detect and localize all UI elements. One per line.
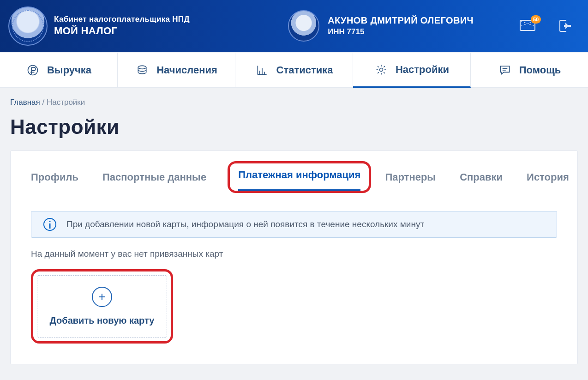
- tab-label: Помощь: [519, 64, 561, 76]
- chat-icon: [498, 63, 512, 77]
- bar-chart-icon: [255, 63, 269, 77]
- breadcrumb-current: Настройки: [47, 98, 85, 107]
- subtab-refs[interactable]: Справки: [460, 168, 503, 193]
- tab-stats[interactable]: Статистика: [235, 53, 353, 88]
- empty-cards-note: На данный момент у вас нет привязанных к…: [31, 249, 557, 259]
- subtab-partners[interactable]: Партнеры: [385, 168, 436, 193]
- add-card-button[interactable]: + Добавить новую карту: [37, 275, 167, 338]
- tab-revenue[interactable]: Выручка: [0, 53, 118, 88]
- settings-subtabs: Профиль Паспортные данные Платежная инфо…: [31, 166, 557, 193]
- tab-charges[interactable]: Начисления: [118, 53, 235, 88]
- add-card-label: Добавить новую карту: [50, 315, 155, 326]
- main-nav: Выручка Начисления Статистика Настройки …: [0, 52, 588, 88]
- svg-point-2: [379, 68, 383, 71]
- mail-badge: 50: [531, 15, 541, 24]
- tab-label: Настройки: [396, 64, 449, 76]
- logout-button[interactable]: [559, 20, 571, 32]
- app-subtitle: Кабинет налогоплательщика НПД: [54, 15, 190, 24]
- breadcrumb: Главная / Настройки: [10, 98, 578, 107]
- svg-point-1: [138, 66, 146, 69]
- highlight-payment-tab: Платежная информация: [228, 161, 371, 193]
- tab-label: Начисления: [156, 64, 217, 76]
- gear-icon: [374, 63, 388, 77]
- breadcrumb-sep: /: [42, 98, 46, 107]
- app-title: МОЙ НАЛОГ: [54, 25, 190, 37]
- highlight-add-card: + Добавить новую карту: [31, 269, 173, 344]
- user-name: АКУНОВ ДМИТРИЙ ОЛЕГОВИЧ: [328, 15, 474, 26]
- fns-emblem-icon: [8, 6, 48, 46]
- plus-icon: +: [92, 287, 112, 307]
- subtab-passport[interactable]: Паспортные данные: [102, 168, 206, 193]
- settings-panel: Профиль Паспортные данные Платежная инфо…: [10, 151, 578, 364]
- svg-point-0: [28, 65, 37, 75]
- tab-settings[interactable]: Настройки: [353, 53, 471, 88]
- user-inn: ИНН 7715: [328, 27, 474, 36]
- info-icon: [43, 218, 56, 231]
- top-header: Кабинет налогоплательщика НПД МОЙ НАЛОГ …: [0, 0, 588, 52]
- breadcrumb-home[interactable]: Главная: [10, 98, 40, 107]
- subtab-payment[interactable]: Платежная информация: [238, 165, 360, 191]
- app-title-block: Кабинет налогоплательщика НПД МОЙ НАЛОГ: [54, 15, 190, 37]
- user-emblem-icon: [288, 10, 319, 42]
- tab-help[interactable]: Помощь: [471, 53, 588, 88]
- subtab-history[interactable]: История: [527, 168, 569, 193]
- info-alert: При добавлении новой карты, информация о…: [31, 211, 557, 238]
- page-title: Настройки: [10, 115, 578, 139]
- ruble-icon: [26, 63, 40, 77]
- coins-icon: [135, 63, 149, 77]
- tab-label: Статистика: [276, 64, 333, 76]
- subtab-profile[interactable]: Профиль: [31, 168, 78, 193]
- tab-label: Выручка: [47, 64, 91, 76]
- info-alert-text: При добавлении новой карты, информация о…: [66, 219, 424, 229]
- user-block: АКУНОВ ДМИТРИЙ ОЛЕГОВИЧ ИНН 7715: [328, 15, 474, 36]
- mail-button[interactable]: 50: [520, 20, 535, 32]
- page-body: Главная / Настройки Настройки Профиль Па…: [0, 88, 588, 364]
